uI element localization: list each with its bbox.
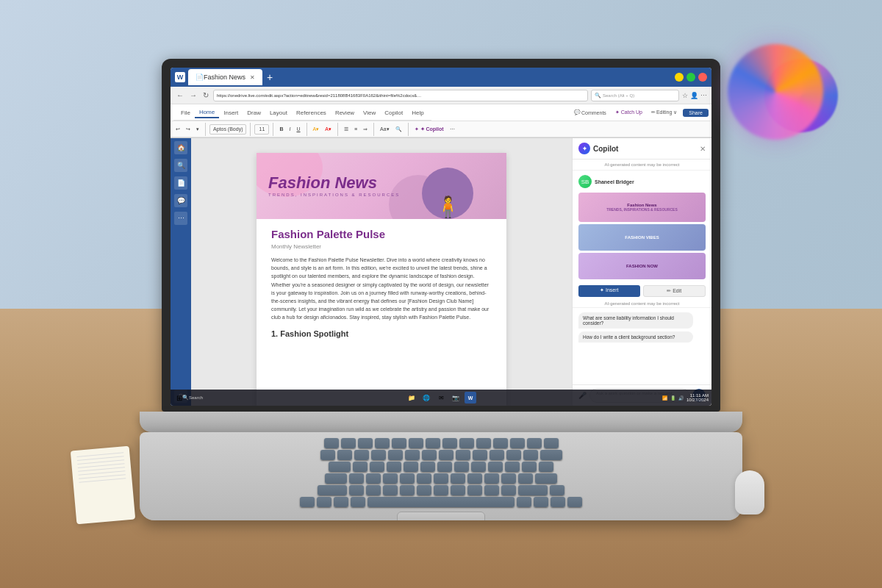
key-s[interactable] bbox=[366, 473, 381, 484]
key-f7[interactable] bbox=[442, 438, 457, 448]
key-f10[interactable] bbox=[493, 438, 508, 448]
key-o[interactable] bbox=[488, 462, 503, 472]
key-f3[interactable] bbox=[375, 438, 390, 448]
key-equals[interactable] bbox=[523, 450, 538, 460]
key-y[interactable] bbox=[437, 462, 452, 472]
key-6[interactable] bbox=[422, 450, 437, 460]
key-x[interactable] bbox=[366, 485, 381, 495]
more-options-btn[interactable]: ⋯ bbox=[448, 126, 457, 133]
indent-btn[interactable]: ⇒ bbox=[361, 126, 370, 133]
key-z[interactable] bbox=[349, 485, 364, 495]
key-ctrl-l[interactable] bbox=[300, 497, 315, 507]
redo-btn[interactable]: ↪ bbox=[184, 126, 193, 133]
copilot-image-card-2[interactable]: FASHION VIBES bbox=[578, 224, 706, 251]
key-del[interactable] bbox=[544, 438, 559, 448]
editing-btn[interactable]: ✏ Editing ∨ bbox=[648, 109, 680, 116]
trackpad[interactable] bbox=[397, 512, 485, 520]
key-comma[interactable] bbox=[467, 485, 482, 495]
key-tab[interactable] bbox=[329, 462, 351, 472]
ribbon-tab-insert[interactable]: Insert bbox=[219, 108, 243, 118]
key-space[interactable] bbox=[368, 497, 514, 507]
ribbon-tab-draw[interactable]: Draw bbox=[243, 108, 265, 118]
numbering-btn[interactable]: ≡ bbox=[352, 126, 359, 132]
copilot-insert-btn[interactable]: ✦ Insert bbox=[578, 285, 640, 297]
key-e[interactable] bbox=[387, 462, 401, 472]
tab-close-btn[interactable]: ✕ bbox=[250, 74, 255, 81]
key-f6[interactable] bbox=[426, 438, 440, 448]
key-f[interactable] bbox=[400, 473, 415, 484]
key-j[interactable] bbox=[451, 473, 465, 484]
browser-tab-active[interactable]: 📄 Fashion News ✕ bbox=[188, 69, 262, 85]
key-d[interactable] bbox=[383, 473, 398, 484]
key-0[interactable] bbox=[490, 450, 504, 460]
copilot-image-card-1[interactable]: Fashion NewsTRENDS, INSPIRATIONS & RESOU… bbox=[578, 193, 706, 222]
key-arrow-left[interactable] bbox=[534, 497, 548, 507]
key-alt-l[interactable] bbox=[351, 497, 365, 507]
ribbon-tab-home[interactable]: Home bbox=[195, 107, 219, 118]
key-q[interactable] bbox=[353, 462, 368, 472]
close-btn[interactable] bbox=[698, 73, 707, 82]
new-tab-btn[interactable]: + bbox=[264, 71, 276, 83]
key-8[interactable] bbox=[456, 450, 470, 460]
taskbar-word-icon[interactable]: W bbox=[465, 392, 476, 404]
key-i[interactable] bbox=[471, 462, 486, 472]
key-enter[interactable] bbox=[535, 473, 557, 484]
taskbar-mail-icon[interactable]: ✉ bbox=[435, 392, 447, 404]
key-quote[interactable] bbox=[518, 473, 533, 484]
copilot-ribbon-icon-btn[interactable]: ✦ ✦ Copilot bbox=[412, 126, 446, 133]
key-n[interactable] bbox=[434, 485, 448, 495]
key-l[interactable] bbox=[484, 473, 499, 484]
key-backtick[interactable] bbox=[320, 450, 335, 460]
bold-btn[interactable]: B bbox=[277, 126, 285, 132]
key-9[interactable] bbox=[473, 450, 487, 460]
key-h[interactable] bbox=[434, 473, 448, 484]
bullets-btn[interactable]: ☰ bbox=[342, 126, 351, 133]
font-color-btn[interactable]: A▾ bbox=[323, 126, 334, 133]
share-btn[interactable]: Share bbox=[683, 109, 709, 117]
key-1[interactable] bbox=[337, 450, 352, 460]
key-f4[interactable] bbox=[392, 438, 406, 448]
find-btn[interactable]: 🔍 bbox=[393, 126, 404, 133]
taskbar-file-icon[interactable]: 📁 bbox=[406, 392, 417, 404]
key-p[interactable] bbox=[505, 462, 520, 472]
ribbon-tab-review[interactable]: Review bbox=[331, 108, 359, 118]
catchup-btn[interactable]: ✦ Catch Up bbox=[612, 109, 645, 116]
more-undo-btn[interactable]: ▾ bbox=[194, 126, 201, 133]
key-lbracket[interactable] bbox=[522, 462, 537, 472]
maximize-btn[interactable] bbox=[686, 73, 695, 82]
copilot-image-card-3[interactable]: FASHION NOW bbox=[578, 253, 706, 279]
key-v[interactable] bbox=[400, 485, 415, 495]
highlight-color-btn[interactable]: A▾ bbox=[311, 126, 322, 133]
italic-btn[interactable]: I bbox=[287, 126, 293, 132]
key-a[interactable] bbox=[349, 473, 364, 484]
key-m[interactable] bbox=[451, 485, 465, 495]
sidebar-home-icon[interactable]: 🏠 bbox=[174, 141, 187, 154]
sidebar-comment-icon[interactable]: 💬 bbox=[174, 194, 187, 207]
key-4[interactable] bbox=[388, 450, 403, 460]
key-alt-r[interactable] bbox=[517, 497, 531, 507]
extensions-icon[interactable]: ⋯ bbox=[700, 92, 707, 99]
key-f2[interactable] bbox=[358, 438, 373, 448]
key-c[interactable] bbox=[383, 485, 398, 495]
url-input[interactable]: https://onedrive.live.com/edit.aspx?acti… bbox=[213, 90, 588, 101]
key-slash[interactable] bbox=[501, 485, 516, 495]
key-win[interactable] bbox=[334, 497, 348, 507]
key-capslock[interactable] bbox=[325, 473, 347, 484]
ribbon-tab-file[interactable]: File bbox=[176, 108, 195, 118]
bookmark-icon[interactable]: ☆ bbox=[682, 92, 688, 99]
ribbon-tab-view[interactable]: View bbox=[359, 108, 380, 118]
comments-btn[interactable]: 💬 Comments bbox=[571, 109, 609, 116]
key-7[interactable] bbox=[439, 450, 453, 460]
key-w[interactable] bbox=[370, 462, 384, 472]
undo-btn[interactable]: ↩ bbox=[173, 126, 182, 133]
key-fn[interactable] bbox=[317, 497, 331, 507]
key-3[interactable] bbox=[371, 450, 386, 460]
key-f12[interactable] bbox=[527, 438, 542, 448]
search-bar[interactable]: 🔍 Search (Alt + Q) bbox=[591, 90, 679, 101]
key-f11[interactable] bbox=[510, 438, 525, 448]
ribbon-tab-copilot[interactable]: Copilot bbox=[380, 108, 407, 118]
key-rbracket[interactable] bbox=[539, 462, 553, 472]
font-size-selector[interactable]: 11 bbox=[254, 124, 269, 135]
taskbar-photo-icon[interactable]: 📷 bbox=[450, 392, 462, 404]
copilot-edit-btn[interactable]: ✏ Edit bbox=[643, 285, 706, 297]
